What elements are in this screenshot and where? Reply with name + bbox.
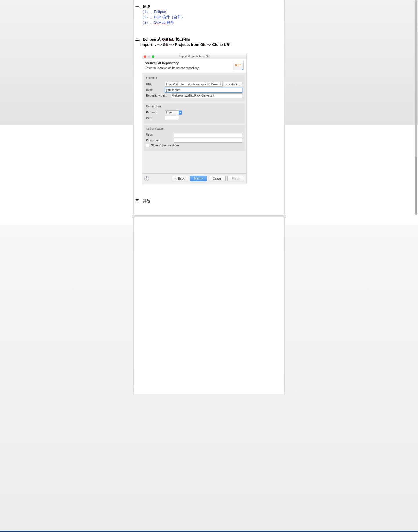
item-1-prefix: （1）、: [140, 10, 154, 14]
repo-path-input[interactable]: /hekewangzi/HttpProxyServer.git: [171, 93, 242, 98]
section-2-t1b: 检出项目: [176, 37, 191, 41]
banner-subtitle: Enter the location of the source reposit…: [145, 66, 199, 70]
password-label: Password:: [146, 138, 174, 142]
protocol-select[interactable]: https: [165, 110, 182, 115]
protocol-label: Protocol:: [146, 111, 165, 115]
zoom-dot-icon: [152, 55, 154, 58]
section-2: 二、Eclipse 从 GitHub 检出项目 Import… --> Git …: [135, 37, 284, 47]
item-3-prefix: （3）、: [140, 20, 154, 25]
port-label: Port:: [146, 116, 165, 120]
close-dot-icon: [144, 55, 146, 58]
section-1: 一、环境 （1）、Eclipse （2）、EGit 插件（自带） （3）、Git…: [135, 4, 284, 25]
dialog-footer: ? < Back Next > Cancel Finish: [142, 173, 246, 184]
document-page: 一、环境 （1）、Eclipse （2）、EGit 插件（自带） （3）、Git…: [133, 0, 285, 394]
finish-button: Finish: [227, 176, 244, 181]
next-button[interactable]: Next >: [190, 176, 207, 181]
browser-scrollbar-thumb[interactable]: [415, 157, 417, 215]
item-1-text: Eclipse: [154, 10, 166, 14]
section-2-t1a: Eclipse 从: [143, 37, 162, 41]
section-1-title: 环境: [143, 4, 150, 9]
item-3-tail: 账号: [167, 20, 174, 25]
host-label: Host:: [146, 88, 165, 92]
path-u1: Git: [163, 42, 168, 47]
help-icon[interactable]: ?: [144, 176, 149, 181]
taskbar[interactable]: [0, 531, 418, 532]
dialog-banner: Source Git Repository Enter the location…: [142, 59, 246, 73]
secure-store-checkbox[interactable]: [146, 144, 149, 147]
uri-label: URI:: [146, 82, 165, 86]
user-input[interactable]: [174, 133, 242, 137]
section-3-num: 三、: [135, 199, 143, 203]
uri-input[interactable]: https://github.com/hekewangzi/HttpProxyS…: [165, 82, 223, 87]
dialog-title: Import Projects from Git: [179, 55, 210, 59]
password-input[interactable]: [174, 138, 242, 143]
banner-title: Source Git Repository: [145, 61, 199, 65]
item-2-underlined: EGit: [154, 15, 162, 19]
path-a: Import… -->: [140, 42, 163, 47]
section-2-num: 二、: [135, 37, 143, 41]
section-1-num: 一、: [135, 4, 143, 9]
section-3: 三、其他: [135, 198, 284, 204]
minimize-dot-icon: [148, 55, 150, 58]
group-connection-header: Connection: [146, 104, 242, 108]
path-c: --> Clone URI: [206, 42, 230, 47]
group-location: Location URI: https://github.com/hekewan…: [144, 75, 245, 101]
group-connection: Connection Protocol: https Port:: [144, 103, 245, 124]
dialog-screenshot: Import Projects from Git Source Git Repo…: [142, 54, 247, 184]
secure-store-label: Store in Secure Store: [151, 144, 179, 148]
git-logo-icon: GIT: [233, 61, 244, 70]
path-b: --> Projects from: [168, 42, 200, 47]
item-2-prefix: （2）、: [140, 15, 154, 19]
section-3-title: 其他: [143, 199, 150, 203]
back-button[interactable]: < Back: [172, 176, 188, 181]
host-input[interactable]: github.com: [165, 88, 242, 93]
group-auth-header: Authentication: [146, 127, 242, 131]
repo-path-label: Repository path:: [146, 94, 171, 98]
user-label: User:: [146, 133, 174, 137]
local-file-button[interactable]: Local File...: [224, 82, 242, 87]
port-input[interactable]: [165, 116, 179, 120]
group-auth: Authentication User: Password: Store in …: [144, 125, 245, 151]
item-2-tail: 插件（自带）: [162, 15, 185, 19]
dialog-titlebar: Import Projects from Git: [142, 54, 246, 59]
section-2-t1u: GitHub: [162, 37, 176, 41]
page-break: [133, 215, 285, 217]
path-u2: Git: [200, 42, 206, 47]
group-location-header: Location: [146, 76, 242, 80]
cancel-button[interactable]: Cancel: [209, 176, 226, 181]
item-3-underlined: GitHub: [154, 20, 167, 25]
